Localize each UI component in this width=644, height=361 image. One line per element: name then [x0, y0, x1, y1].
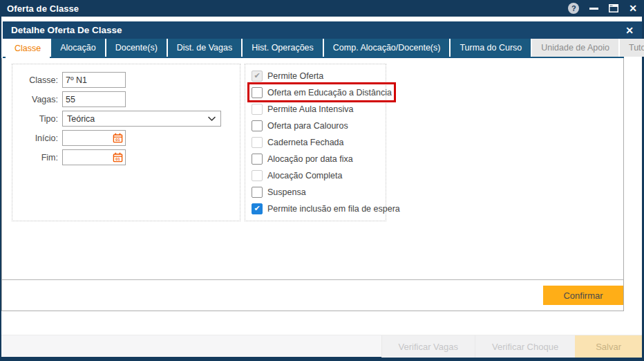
- option-row-oferta-em-educacao-a-distancia: Oferta em Educação a Distância: [252, 86, 392, 98]
- checkbox-suspensa[interactable]: [252, 187, 263, 198]
- checkbox-label: Permite Aula Intensiva: [267, 104, 353, 114]
- form-row-classe: Classe:: [17, 72, 240, 88]
- minimize-icon[interactable]: [589, 8, 598, 10]
- checkbox-alocacao-por-data-fixa[interactable]: [252, 154, 263, 165]
- tab-dist-de-vagas[interactable]: Dist. de Vagas: [168, 39, 241, 57]
- verificar-vagas-button: Verificar Vagas: [381, 335, 475, 358]
- checkbox-label: Suspensa: [267, 187, 306, 197]
- fim-field-wrap: 01: [62, 149, 126, 165]
- svg-text:01: 01: [115, 157, 120, 161]
- verificar-choque-button: Verificar Choque: [475, 335, 575, 358]
- checkbox-label: Oferta para Calouros: [267, 121, 348, 131]
- checkbox-permite-oferta: ✔: [252, 71, 263, 82]
- checkbox-label: Permite Oferta: [267, 71, 323, 81]
- tab-tutor-es: Tutor(es): [620, 39, 644, 57]
- check-icon: ✔: [254, 205, 260, 212]
- vagas-input[interactable]: [62, 91, 126, 107]
- help-icon[interactable]: ?: [568, 3, 579, 14]
- dialog-close-icon[interactable]: ✕: [625, 26, 634, 35]
- tab-page-classe: Classe:Vagas:Tipo:TeóricaInício:01Fim:01…: [2, 58, 623, 279]
- option-row-caderneta-fechada: Caderneta Fechada: [252, 136, 344, 148]
- calendar-icon[interactable]: 01: [113, 152, 123, 163]
- checkbox-label: Alocação por data fixa: [267, 154, 353, 164]
- checkbox-caderneta-fechada: [252, 137, 263, 148]
- window-titlebar: Oferta de Classe ? ✕: [0, 0, 644, 17]
- inicio-label: Início:: [17, 133, 58, 143]
- confirmar-button[interactable]: Confirmar: [543, 286, 623, 305]
- tab-turma-do-curso[interactable]: Turma do Curso: [451, 39, 531, 57]
- checkbox-permite-aula-intensiva: [252, 104, 263, 115]
- form-row-fim: Fim:01: [17, 149, 240, 165]
- tab-classe[interactable]: Classe: [6, 39, 50, 58]
- checkbox-label: Caderneta Fechada: [267, 138, 344, 147]
- checkbox-oferta-em-educacao-a-distancia[interactable]: [252, 87, 263, 98]
- option-row-permite-aula-intensiva: Permite Aula Intensiva: [252, 103, 353, 115]
- salvar-button: Salvar: [575, 335, 642, 358]
- maximize-icon[interactable]: [609, 4, 618, 12]
- class-form-panel: Classe:Vagas:Tipo:TeóricaInício:01Fim:01: [12, 64, 240, 221]
- vagas-field-wrap: [62, 91, 126, 107]
- classe-input[interactable]: [62, 72, 126, 88]
- svg-text:01: 01: [115, 138, 120, 142]
- checkbox-alocacao-completa: [252, 170, 263, 181]
- dialog-header: Detalhe Oferta De Classe ✕: [3, 21, 642, 39]
- tab-alocacao[interactable]: Alocação: [51, 39, 104, 57]
- class-options-panel: ✔Permite OfertaOferta em Educação a Dist…: [245, 64, 386, 221]
- vagas-label: Vagas:: [17, 95, 58, 104]
- oferta-de-classe-window: Oferta de Classe ? ✕ Detalhe Oferta De C…: [0, 0, 644, 361]
- tipo-select[interactable]: Teórica: [62, 111, 221, 127]
- check-icon: ✔: [254, 72, 260, 80]
- window-title: Oferta de Classe: [7, 3, 568, 14]
- classe-field-wrap: [62, 72, 126, 88]
- checkbox-permite-inclusao-em-fila-de-espera[interactable]: ✔: [252, 203, 263, 214]
- checkbox-label: Alocação Completa: [267, 171, 342, 180]
- option-row-permite-oferta: ✔Permite Oferta: [252, 70, 323, 82]
- tipo-selected-value: Teórica: [67, 114, 95, 124]
- form-row-vagas: Vagas:: [17, 91, 240, 107]
- classe-label: Classe:: [17, 75, 58, 85]
- chevron-down-icon: [208, 116, 216, 122]
- dialog-title: Detalhe Oferta De Classe: [11, 25, 625, 35]
- option-row-alocacao-por-data-fixa: Alocação por data fixa: [252, 153, 353, 165]
- dialog-content: Classe:Vagas:Tipo:TeóricaInício:01Fim:01…: [1, 58, 624, 311]
- tipo-label: Tipo:: [17, 114, 58, 124]
- form-row-tipo: Tipo:Teórica: [17, 111, 240, 127]
- window-controls: ? ✕: [568, 3, 637, 14]
- option-row-alocacao-completa: Alocação Completa: [252, 169, 342, 181]
- checkbox-label: Permite inclusão em fila de espera: [267, 204, 400, 214]
- tab-hist-operacoes[interactable]: Hist. Operações: [243, 39, 323, 57]
- confirm-bar: Confirmar: [2, 279, 623, 311]
- option-row-permite-inclusao-em-fila-de-espera: ✔Permite inclusão em fila de espera: [252, 203, 400, 214]
- tab-comp-alocacao-docente-s[interactable]: Comp. Alocação/Docente(s): [324, 39, 450, 57]
- tab-unidade-de-apoio: Unidade de Apoio: [532, 39, 618, 57]
- inicio-field-wrap: 01: [62, 130, 126, 146]
- calendar-icon[interactable]: 01: [113, 133, 123, 143]
- checkbox-label: Oferta em Educação a Distância: [267, 88, 392, 98]
- footer-action-bar: Verificar VagasVerificar ChoqueSalvar: [1, 335, 642, 357]
- window-close-icon[interactable]: ✕: [629, 3, 637, 13]
- option-row-suspensa: Suspensa: [252, 186, 306, 198]
- tab-docente-s[interactable]: Docente(s): [106, 39, 167, 57]
- fim-label: Fim:: [17, 153, 58, 163]
- checkbox-oferta-para-calouros[interactable]: [252, 120, 263, 131]
- form-row-inicio: Início:01: [17, 130, 240, 146]
- tab-strip: ClasseAlocaçãoDocente(s)Dist. de VagasHi…: [3, 39, 624, 58]
- option-row-oferta-para-calouros: Oferta para Calouros: [252, 120, 348, 131]
